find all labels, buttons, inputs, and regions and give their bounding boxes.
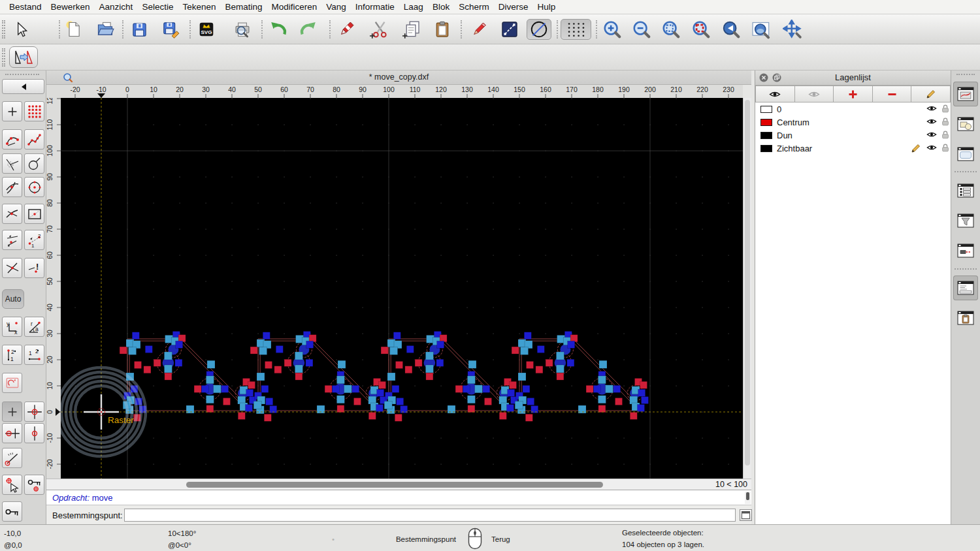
zoom-selection-button[interactable] [690,19,712,40]
zoom-auto-button[interactable] [660,19,682,40]
back-button[interactable] [2,79,44,94]
zoom-previous-button[interactable] [720,19,742,40]
menu-scherm[interactable]: Scherm [459,2,489,12]
zoom-out-button[interactable] [630,19,653,40]
command-input[interactable] [124,509,736,522]
coordinate-polar-button[interactable]: ra [24,317,44,337]
layer-row-zichtbaar[interactable]: Zichtbaar [755,142,951,155]
crosshair-center-button[interactable] [24,401,44,422]
edit-layer-button[interactable] [911,86,951,102]
lock-relative-zero-button[interactable] [24,475,44,495]
block-list-dock-button[interactable] [953,112,978,136]
selection-filter-dock-button[interactable] [953,208,978,233]
layer-row-dun[interactable]: Dun [755,129,951,142]
snap-distance-button[interactable] [24,204,44,224]
set-relative-zero-button[interactable] [2,501,22,522]
new-document-button[interactable] [63,19,85,40]
layer-color-swatch[interactable] [760,145,772,152]
menu-blok[interactable]: Blok [433,2,449,12]
menu-tekenen[interactable]: Tekenen [182,2,216,12]
menu-laag[interactable]: Laag [404,2,423,12]
print-preview-button[interactable] [231,19,253,40]
snap-on-entity-button[interactable] [2,153,22,174]
open-file-button[interactable] [94,19,116,40]
delete-button[interactable] [335,19,357,40]
layer-name[interactable]: 0 [777,104,781,114]
vertical-scrollbar-thumb[interactable] [745,100,750,465]
paste-button[interactable] [431,19,453,40]
menu-hulp[interactable]: Hulp [537,2,555,12]
menu-aanzicht[interactable]: Aanzicht [99,2,133,12]
layer-visible-icon[interactable] [926,131,937,138]
add-layer-button[interactable] [834,86,873,102]
layer-color-swatch[interactable] [760,106,772,113]
menu-informatie[interactable]: Informatie [355,2,395,12]
command-line-dock-button[interactable] [953,276,978,300]
restrict-two-button[interactable]: 12 [24,230,44,250]
close-icon[interactable] [759,73,768,82]
menu-bemating[interactable]: Bemating [225,2,262,12]
auto-snap-button[interactable]: Auto [2,289,24,309]
draw-line-button[interactable] [498,19,521,40]
menu-bewerken[interactable]: Bewerken [51,2,90,12]
selection-arrow-button[interactable] [10,19,32,40]
restrict-nothing-button[interactable] [2,258,22,278]
save-button[interactable] [128,19,150,40]
snap-exclude-button[interactable]: ! [24,258,44,278]
layer-name[interactable]: Dun [777,131,792,140]
clipboard-dock-button[interactable] [953,306,978,330]
dock-drag-handle[interactable] [956,74,975,75]
hide-all-layers-button[interactable] [795,86,834,102]
layer-visible-icon[interactable] [926,118,937,125]
restrict-orthogonal-button[interactable] [2,230,22,250]
palette-drag-handle[interactable] [5,74,39,76]
horizontal-scrollbar[interactable]: 10 < 100 [46,479,751,490]
zoom-window-button[interactable] [750,19,772,40]
cut-button[interactable] [368,19,391,40]
command-options-button[interactable] [740,509,752,521]
select-reference-button[interactable] [2,475,22,495]
layer-lock-icon[interactable] [941,130,950,140]
history-scrollbar[interactable] [745,492,751,504]
menu-vang[interactable]: Vang [326,2,346,12]
zoom-pan-button[interactable] [781,19,804,40]
layer-row-centrum[interactable]: Centrum [755,116,951,129]
snap-points-button[interactable] [24,129,44,150]
snap-middle-button[interactable] [2,204,22,224]
toolbar-drag-handle[interactable] [2,48,5,67]
property-editor-dock-button[interactable] [953,178,978,203]
layer-list-dock-button[interactable] [953,82,978,106]
svg-export-button[interactable]: SVG [195,19,218,40]
menu-selectie[interactable]: Selectie [142,2,173,12]
drawing-canvas[interactable]: Raster [61,98,743,479]
copy-button[interactable] [401,19,423,40]
layer-color-swatch[interactable] [760,119,772,126]
menu-bestand[interactable]: Bestand [9,2,42,12]
vertical-scrollbar[interactable] [743,98,751,479]
crosshair-vertical-button[interactable] [24,423,44,443]
layer-name[interactable]: Zichtbaar [777,144,812,153]
layer-visible-icon[interactable] [926,104,937,112]
layer-lock-icon[interactable] [941,117,950,127]
crosshair-left-button[interactable] [2,423,22,443]
layer-visible-icon[interactable] [926,144,937,151]
coordinate-xy-button[interactable]: yx [2,317,22,337]
layer-lock-icon[interactable] [941,143,950,153]
horizontal-scrollbar-thumb[interactable] [186,482,603,488]
document-tab-title[interactable]: * move_copy.dxf [369,72,429,82]
move-copy-tool-button[interactable] [9,46,38,68]
undo-button[interactable] [267,19,289,40]
zoom-in-button[interactable] [601,19,623,40]
laser-pointer-dock-button[interactable] [953,238,978,263]
layer-name[interactable]: Centrum [777,118,809,127]
menu-modificeren[interactable]: Modificeren [272,2,318,12]
relative-point-button[interactable]: 21 [2,345,22,365]
layer-row-0[interactable]: 0 [755,102,951,116]
remove-layer-button[interactable] [873,86,912,102]
snap-reference-button[interactable] [24,153,44,174]
snap-free-button[interactable] [2,101,22,121]
undock-icon[interactable] [772,73,781,82]
layer-color-swatch[interactable] [760,132,772,139]
library-browser-dock-button[interactable] [953,142,978,166]
save-as-button[interactable] [159,19,182,40]
